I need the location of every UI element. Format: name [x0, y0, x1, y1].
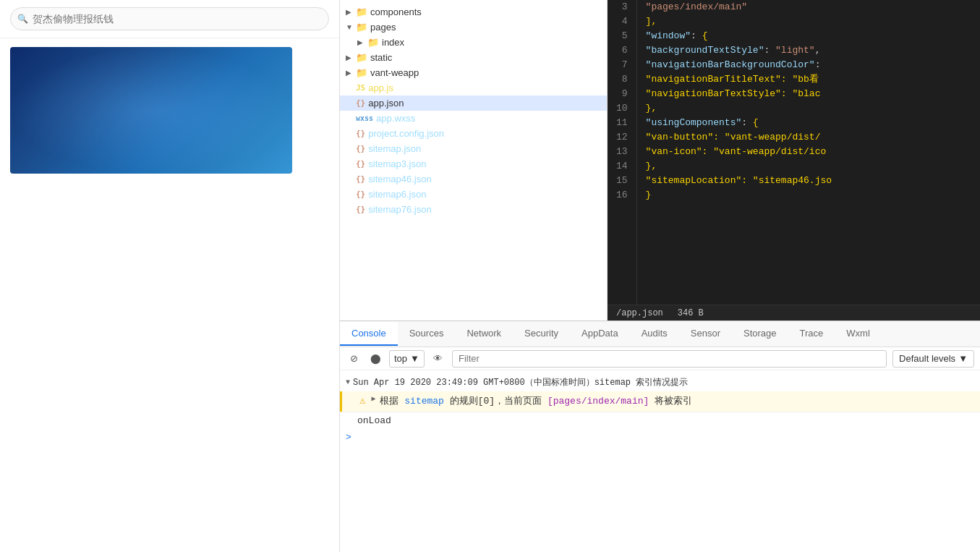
file-tree-item-sitemap.json[interactable]: {} sitemap.json — [340, 141, 607, 156]
line-number: 5 — [616, 29, 628, 43]
tab-trace[interactable]: Trace — [788, 322, 835, 346]
line-number: 7 — [616, 58, 628, 72]
line-number: 14 — [616, 159, 628, 174]
tree-item-label: static — [370, 52, 392, 63]
file-tree-item-sitemap46.json[interactable]: {} sitemap46.json — [340, 171, 607, 187]
line-number: 16 — [616, 188, 628, 203]
tab-security[interactable]: Security — [513, 322, 570, 346]
default-levels-chevron-icon: ▼ — [958, 353, 968, 364]
tab-storage[interactable]: Storage — [732, 322, 788, 346]
tab-appdata[interactable]: AppData — [570, 322, 630, 346]
code-editor: 345678910111213141516 "pages/index/main"… — [608, 0, 980, 320]
code-line: "pages/index/main" — [646, 0, 971, 14]
left-panel — [0, 0, 340, 552]
code-line: "van-button": "vant-weapp/dist/ — [646, 130, 971, 145]
status-bar: /app.json 346 B — [608, 305, 980, 320]
tab-sources[interactable]: Sources — [398, 322, 456, 346]
default-levels-dropdown[interactable]: Default levels ▼ — [892, 350, 974, 368]
warn-text: 根据 sitemap 的规则[0]，当前页面 [pages/index/main… — [380, 394, 692, 409]
tab-audits[interactable]: Audits — [630, 322, 679, 346]
folder-icon: 📁 — [356, 67, 367, 78]
folder-icon: 📁 — [356, 7, 367, 17]
console-group-header[interactable]: ▼ Sun Apr 19 2020 23:49:09 GMT+0800（中国标准… — [340, 373, 980, 391]
console-stop-btn[interactable]: ⬤ — [367, 351, 383, 367]
right-panel: ▶ 📁 components ▼ 📁 pages ▶ 📁 index ▶ 📁 s… — [340, 0, 980, 552]
code-line: ], — [646, 14, 971, 29]
file-tree-item-index[interactable]: ▶ 📁 index — [340, 35, 607, 50]
folder-icon: 📁 — [356, 52, 367, 63]
code-line: "sitemapLocation": "sitemap46.jso — [646, 174, 971, 188]
file-tree-panel: ▶ 📁 components ▼ 📁 pages ▶ 📁 index ▶ 📁 s… — [340, 0, 608, 320]
file-tree-item-app.js[interactable]: JS app.js — [340, 80, 607, 95]
code-lines: "pages/index/main" ], "window": { "backg… — [637, 0, 980, 305]
default-levels-label: Default levels — [899, 353, 955, 364]
file-tree-item-sitemap3.json[interactable]: {} sitemap3.json — [340, 156, 607, 171]
file-tree-item-sitemap76.json[interactable]: {} sitemap76.json — [340, 202, 607, 217]
preview-image — [10, 47, 292, 174]
tree-arrow-icon: ▼ — [346, 23, 353, 31]
folder-icon: 📁 — [356, 22, 367, 33]
search-input[interactable] — [10, 7, 329, 30]
tree-item-label: pages — [370, 22, 396, 33]
file-tree-item-project.config.json[interactable]: {} project.config.json — [340, 126, 607, 141]
status-file: /app.json — [616, 308, 663, 318]
tree-item-label: app.wxss — [376, 113, 415, 124]
devtools-panel: ConsoleSourcesNetworkSecurityAppDataAudi… — [340, 320, 980, 552]
log-text: onLoad — [357, 415, 391, 426]
json-icon: {} — [356, 190, 365, 199]
top-dropdown[interactable]: top ▼ — [389, 350, 425, 368]
warning-icon: ⚠ — [359, 394, 365, 407]
code-content: 345678910111213141516 "pages/index/main"… — [608, 0, 980, 305]
line-number: 4 — [616, 14, 628, 29]
line-number: 12 — [616, 130, 628, 145]
code-line: "navigationBarBackgroundColor": — [646, 58, 971, 72]
file-tree-item-components[interactable]: ▶ 📁 components — [340, 4, 607, 20]
console-warning: ⚠ ▶ 根据 sitemap 的规则[0]，当前页面 [pages/index/… — [340, 391, 980, 412]
tab-network[interactable]: Network — [455, 322, 513, 346]
file-tree-item-vant-weapp[interactable]: ▶ 📁 vant-weapp — [340, 65, 607, 80]
code-line: }, — [646, 159, 971, 174]
tree-arrow-icon: ▶ — [346, 54, 353, 61]
file-tree-item-app.wxss[interactable]: wxss app.wxss — [340, 111, 607, 126]
file-tree-item-static[interactable]: ▶ 📁 static — [340, 50, 607, 65]
tab-console[interactable]: Console — [340, 322, 398, 346]
tree-item-label: sitemap6.json — [368, 189, 426, 200]
search-bar — [0, 0, 339, 38]
filter-input[interactable] — [452, 350, 887, 368]
file-tree-item-app.json[interactable]: {} app.json — [340, 95, 607, 111]
folder-icon: 📁 — [367, 37, 379, 48]
line-number: 13 — [616, 145, 628, 159]
eye-icon[interactable]: 👁 — [430, 351, 446, 367]
console-clear-btn[interactable]: ⊘ — [346, 351, 362, 367]
page-link: [pages/index/main] — [547, 396, 649, 407]
tree-item-label: vant-weapp — [370, 67, 419, 78]
tree-arrow-icon: ▶ — [346, 69, 353, 77]
tab-wxml[interactable]: Wxml — [835, 322, 882, 346]
line-number: 9 — [616, 87, 628, 101]
file-tree-item-pages[interactable]: ▼ 📁 pages — [340, 20, 607, 35]
warn-expand-arrow[interactable]: ▶ — [371, 394, 375, 403]
console-content: ▼ Sun Apr 19 2020 23:49:09 GMT+0800（中国标准… — [340, 370, 980, 552]
tree-item-label: index — [382, 37, 404, 48]
line-number: 10 — [616, 101, 628, 116]
code-line: "window": { — [646, 29, 971, 43]
main-content: ▶ 📁 components ▼ 📁 pages ▶ 📁 index ▶ 📁 s… — [340, 0, 980, 320]
tree-item-label: sitemap.json — [368, 143, 421, 154]
line-numbers: 345678910111213141516 — [608, 0, 637, 305]
sitemap-link[interactable]: sitemap — [404, 396, 444, 407]
line-number: 3 — [616, 0, 628, 14]
file-tree-item-sitemap6.json[interactable]: {} sitemap6.json — [340, 187, 607, 202]
console-group: ▼ Sun Apr 19 2020 23:49:09 GMT+0800（中国标准… — [340, 373, 980, 412]
tree-item-label: components — [370, 7, 422, 17]
tree-item-label: app.json — [368, 98, 404, 109]
tab-sensor[interactable]: Sensor — [679, 322, 732, 346]
line-number: 6 — [616, 43, 628, 58]
code-line: "usingComponents": { — [646, 116, 971, 130]
code-line: "navigationBarTitleText": "bb看 — [646, 72, 971, 87]
code-line: "van-icon": "vant-weapp/dist/ico — [646, 145, 971, 159]
code-line: "backgroundTextStyle": "light", — [646, 43, 971, 58]
js-icon: JS — [356, 83, 365, 93]
console-prompt[interactable]: > — [340, 429, 980, 446]
json-icon: {} — [356, 98, 365, 108]
group-arrow-icon: ▼ — [346, 378, 350, 386]
